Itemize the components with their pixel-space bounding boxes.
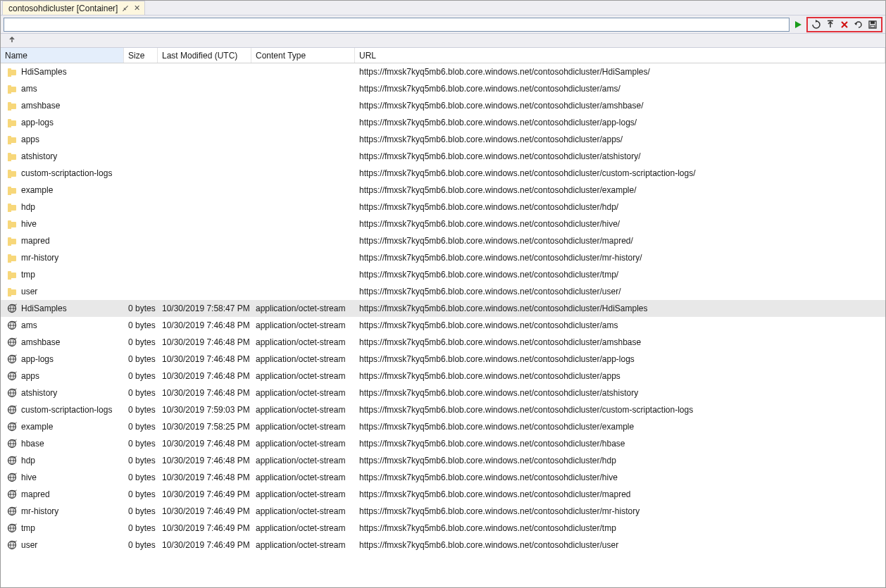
cell-name: mr-history bbox=[21, 506, 128, 516]
cell-content-type: application/octet-stream bbox=[256, 540, 359, 550]
cell-name: example bbox=[21, 422, 128, 432]
svg-rect-34 bbox=[8, 289, 16, 295]
run-button[interactable] bbox=[791, 18, 805, 32]
cell-content-type: application/octet-stream bbox=[256, 489, 359, 499]
folder-row[interactable]: atshistoryhttps://fmxsk7kyq5mb6.blob.cor… bbox=[1, 148, 885, 165]
folder-row[interactable]: tmphttps://fmxsk7kyq5mb6.blob.core.windo… bbox=[1, 266, 885, 283]
cell-name: app-logs bbox=[21, 354, 128, 364]
cell-content-type: application/octet-stream bbox=[256, 354, 359, 364]
cell-name: example bbox=[21, 185, 128, 195]
folder-row[interactable]: userhttps://fmxsk7kyq5mb6.blob.core.wind… bbox=[1, 283, 885, 300]
column-header-size[interactable]: Size bbox=[124, 48, 158, 63]
blob-row[interactable]: amshbase0 bytes10/30/2019 7:46:48 PMappl… bbox=[1, 334, 885, 351]
save-button[interactable] bbox=[866, 18, 880, 32]
blob-icon bbox=[6, 506, 18, 517]
folder-row[interactable]: examplehttps://fmxsk7kyq5mb6.blob.core.w… bbox=[1, 182, 885, 199]
folder-row[interactable]: HdiSampleshttps://fmxsk7kyq5mb6.blob.cor… bbox=[1, 63, 885, 80]
blob-row[interactable]: hdp0 bytes10/30/2019 7:46:48 PMapplicati… bbox=[1, 452, 885, 469]
close-icon[interactable]: ✕ bbox=[133, 5, 140, 12]
column-header-url[interactable]: URL bbox=[355, 48, 885, 63]
cell-name: custom-scriptaction-logs bbox=[21, 405, 128, 415]
cell-content-type: application/octet-stream bbox=[256, 473, 359, 482]
blob-row[interactable]: app-logs0 bytes10/30/2019 7:46:48 PMappl… bbox=[1, 351, 885, 368]
cell-url: https://fmxsk7kyq5mb6.blob.core.windows.… bbox=[359, 219, 885, 229]
folder-icon bbox=[6, 168, 18, 179]
cell-name: app-logs bbox=[21, 118, 128, 127]
svg-rect-22 bbox=[8, 188, 16, 194]
blob-row[interactable]: user0 bytes10/30/2019 7:46:49 PMapplicat… bbox=[1, 537, 885, 553]
folder-row[interactable]: custom-scriptaction-logshttps://fmxsk7ky… bbox=[1, 165, 885, 182]
cell-modified: 10/30/2019 7:46:48 PM bbox=[162, 354, 256, 364]
folder-row[interactable]: hivehttps://fmxsk7kyq5mb6.blob.core.wind… bbox=[1, 215, 885, 232]
cell-content-type: application/octet-stream bbox=[256, 422, 359, 432]
blob-icon bbox=[6, 404, 18, 415]
cell-name: apps bbox=[21, 371, 128, 381]
blob-row[interactable]: atshistory0 bytes10/30/2019 7:46:48 PMap… bbox=[1, 384, 885, 401]
column-header-name[interactable]: Name bbox=[1, 48, 124, 63]
folder-row[interactable]: mr-historyhttps://fmxsk7kyq5mb6.blob.cor… bbox=[1, 249, 885, 266]
cell-size: 0 bytes bbox=[128, 523, 162, 533]
breadcrumb bbox=[1, 34, 885, 48]
svg-rect-18 bbox=[8, 154, 16, 160]
cell-size: 0 bytes bbox=[128, 489, 162, 499]
blob-row[interactable]: tmp0 bytes10/30/2019 7:46:49 PMapplicati… bbox=[1, 520, 885, 537]
svg-rect-8 bbox=[8, 70, 16, 75]
pin-icon[interactable] bbox=[122, 5, 129, 12]
blob-icon bbox=[6, 370, 18, 382]
folder-row[interactable]: appshttps://fmxsk7kyq5mb6.blob.core.wind… bbox=[1, 131, 885, 148]
cell-url: https://fmxsk7kyq5mb6.blob.core.windows.… bbox=[359, 168, 885, 178]
blob-row[interactable]: mapred0 bytes10/30/2019 7:46:49 PMapplic… bbox=[1, 486, 885, 503]
open-button[interactable] bbox=[851, 18, 866, 32]
blob-row[interactable]: mr-history0 bytes10/30/2019 7:46:49 PMap… bbox=[1, 503, 885, 520]
blob-icon bbox=[6, 489, 18, 500]
folder-icon bbox=[6, 286, 18, 297]
folder-row[interactable]: mapredhttps://fmxsk7kyq5mb6.blob.core.wi… bbox=[1, 232, 885, 249]
folder-row[interactable]: amshbasehttps://fmxsk7kyq5mb6.blob.core.… bbox=[1, 97, 885, 114]
cell-size: 0 bytes bbox=[128, 456, 162, 465]
cell-name: mapred bbox=[21, 489, 128, 499]
blob-row[interactable]: HdiSamples0 bytes10/30/2019 7:58:47 PMap… bbox=[1, 300, 885, 317]
blob-row[interactable]: hbase0 bytes10/30/2019 7:46:48 PMapplica… bbox=[1, 435, 885, 452]
blob-list[interactable]: HdiSampleshttps://fmxsk7kyq5mb6.blob.cor… bbox=[1, 63, 885, 587]
cell-modified: 10/30/2019 7:46:49 PM bbox=[162, 506, 256, 516]
cell-modified: 10/30/2019 7:59:03 PM bbox=[162, 405, 256, 415]
svg-rect-14 bbox=[8, 120, 16, 126]
folder-row[interactable]: hdphttps://fmxsk7kyq5mb6.blob.core.windo… bbox=[1, 199, 885, 215]
refresh-button[interactable] bbox=[809, 18, 823, 32]
cell-url: https://fmxsk7kyq5mb6.blob.core.windows.… bbox=[359, 151, 885, 161]
blob-row[interactable]: hive0 bytes10/30/2019 7:46:48 PMapplicat… bbox=[1, 469, 885, 486]
blob-row[interactable]: apps0 bytes10/30/2019 7:46:48 PMapplicat… bbox=[1, 368, 885, 384]
toolbar bbox=[1, 15, 885, 34]
column-header-content-type[interactable]: Content Type bbox=[251, 48, 355, 63]
blob-row[interactable]: custom-scriptaction-logs0 bytes10/30/201… bbox=[1, 401, 885, 418]
blob-row[interactable]: example0 bytes10/30/2019 7:58:25 PMappli… bbox=[1, 418, 885, 435]
address-input[interactable] bbox=[4, 18, 790, 32]
folder-icon bbox=[6, 201, 18, 213]
cell-content-type: application/octet-stream bbox=[256, 506, 359, 516]
tab-container[interactable]: contosohdicluster [Container] ✕ bbox=[2, 1, 145, 15]
cell-url: https://fmxsk7kyq5mb6.blob.core.windows.… bbox=[359, 304, 885, 313]
cell-name: hdp bbox=[21, 202, 128, 212]
folder-row[interactable]: amshttps://fmxsk7kyq5mb6.blob.core.windo… bbox=[1, 80, 885, 97]
up-one-level-icon[interactable] bbox=[8, 35, 16, 46]
svg-rect-16 bbox=[8, 137, 16, 143]
column-header-modified[interactable]: Last Modified (UTC) bbox=[158, 48, 251, 63]
folder-row[interactable]: app-logshttps://fmxsk7kyq5mb6.blob.core.… bbox=[1, 114, 885, 131]
cell-name: atshistory bbox=[21, 388, 128, 398]
folder-icon bbox=[6, 218, 18, 230]
upload-button[interactable] bbox=[823, 18, 837, 32]
cell-url: https://fmxsk7kyq5mb6.blob.core.windows.… bbox=[359, 118, 885, 127]
blob-row[interactable]: ams0 bytes10/30/2019 7:46:48 PMapplicati… bbox=[1, 317, 885, 334]
cell-size: 0 bytes bbox=[128, 439, 162, 449]
delete-button[interactable] bbox=[837, 18, 851, 32]
cell-name: tmp bbox=[21, 270, 128, 280]
cell-modified: 10/30/2019 7:58:47 PM bbox=[162, 304, 256, 313]
svg-rect-6 bbox=[871, 25, 875, 27]
toolbar-highlighted-group bbox=[806, 17, 882, 32]
cell-modified: 10/30/2019 7:46:48 PM bbox=[162, 473, 256, 482]
cell-modified: 10/30/2019 7:46:48 PM bbox=[162, 337, 256, 347]
column-header: Name Size Last Modified (UTC) Content Ty… bbox=[1, 48, 885, 63]
cell-size: 0 bytes bbox=[128, 354, 162, 364]
cell-name: hive bbox=[21, 473, 128, 482]
folder-icon bbox=[6, 66, 18, 77]
